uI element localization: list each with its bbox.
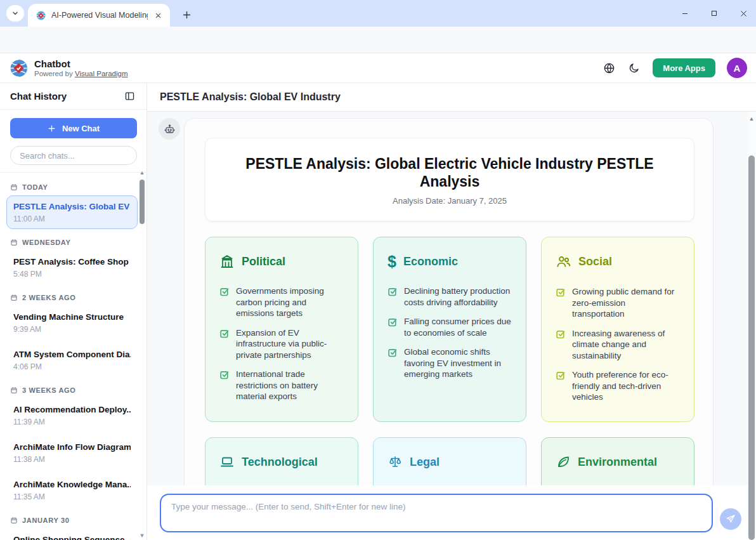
tab-search-chevron-icon[interactable] [6,5,24,22]
checkbox-checked-icon [556,287,566,298]
tab-close-icon[interactable] [152,10,164,21]
chat-item[interactable]: AI Recommendation Deploy... 11:39 AM [6,398,138,432]
close-window-button[interactable] [734,4,752,22]
pestle-card-economic: $ Economic Declining battery production … [373,237,526,422]
pestle-item: Growing public demand for zero-emission … [556,286,680,320]
pestle-card-title: Social [578,255,612,268]
pestle-card-title: Environmental [578,456,657,469]
pestle-item: Falling consumer prices due to economies… [388,316,512,338]
scales-icon [388,454,403,470]
maximize-button[interactable] [705,4,723,22]
assistant-message-card: PESTLE Analysis: Global Electric Vehicle… [184,118,714,540]
sidebar-title: Chat History [10,91,67,102]
doc-title-card: PESTLE Analysis: Global Electric Vehicle… [205,138,694,221]
pestle-item: Declining battery production costs drivi… [388,286,512,308]
chat-list: TODAY PESTLE Analysis: Global EV In... 1… [0,173,147,540]
leaf-icon [556,454,571,470]
pestle-item: Expansion of EV infrastructure via publi… [219,327,344,361]
pestle-item: Global economic shifts favoring EV inves… [388,346,512,380]
calendar-icon [10,294,18,301]
chat-item[interactable]: Vending Machine Structure 9:39 AM [6,306,138,339]
doc-title: PESTLE Analysis: Global Electric Vehicle… [218,155,681,190]
doc-subtitle: Analysis Date: January 7, 2025 [218,196,681,206]
browser-toolbar: ai-toolbox.visual-paradigm.com/app/chatb… [0,27,756,53]
more-apps-button[interactable]: More Apps [653,58,715,77]
tab-title: AI-Powered Visual Modeling Ch [51,11,148,20]
bank-icon [219,254,235,269]
new-tab-button[interactable] [179,7,194,22]
send-button[interactable] [720,508,741,530]
chat-group-header: 2 WEEKS AGO [6,288,138,306]
scrollbar-thumb[interactable] [748,155,755,540]
checkbox-checked-icon [388,317,398,327]
main-pane: PESTLE Analysis: Global EV Industry PEST… [147,83,756,540]
tab-strip: AI-Powered Visual Modeling Ch [0,0,756,27]
chat-content: PESTLE Analysis: Global Electric Vehicle… [147,112,756,540]
chat-item[interactable]: ATM System Component Dia... 4:06 PM [6,343,138,377]
chat-group-header: TODAY [6,178,138,195]
checkbox-checked-icon [219,286,230,297]
calendar-icon [10,183,18,191]
chat-group-header: JANUARY 30 [6,511,138,529]
visual-paradigm-logo-icon [9,58,29,78]
checkbox-checked-icon [556,329,566,339]
powered-by: Powered by Visual Paradigm [34,69,127,78]
chat-item[interactable]: ArchiMate Info Flow Diagram 11:38 AM [6,436,138,470]
plus-icon [48,124,56,133]
checkbox-checked-icon [556,370,566,381]
new-chat-button[interactable]: New Chat [10,118,137,138]
pestle-card-social: Social Growing public demand for zero-em… [541,237,694,422]
calendar-icon [10,239,18,246]
message-input[interactable] [160,494,713,532]
scroll-up-icon[interactable]: ▲ [139,169,145,176]
calendar-icon [10,386,18,394]
pestle-card-title: Technological [242,456,318,469]
collapse-sidebar-icon[interactable] [122,89,136,103]
window-controls [676,0,752,27]
pestle-card-title: Legal [410,456,440,469]
dollar-icon: $ [388,254,396,269]
search-input[interactable] [10,146,137,165]
laptop-icon [219,454,235,470]
language-globe-icon[interactable] [602,61,616,75]
scrollbar-thumb[interactable] [140,180,145,224]
pestle-item: Governments imposing carbon pricing and … [219,286,344,319]
scroll-up-icon[interactable]: ▲ [748,115,755,122]
people-icon [556,254,571,270]
chat-item[interactable]: PESTLE Analysis: Global EV In... 11:00 A… [6,195,138,229]
chat-history-sidebar: Chat History New Chat TODAY PESTLE Analy… [0,83,147,540]
pestle-card-political: Political Governments imposing carbon pr… [205,237,358,422]
dark-mode-moon-icon[interactable] [627,61,641,75]
pestle-item: International trade restrictions on batt… [219,369,344,402]
chat-title: PESTLE Analysis: Global EV Industry [160,91,341,103]
checkbox-checked-icon [388,347,398,358]
app-header: Chatbot Powered by Visual Paradigm More … [0,53,756,83]
chat-titlebar: PESTLE Analysis: Global EV Industry [147,83,756,112]
checkbox-checked-icon [219,328,230,339]
brand: Chatbot Powered by Visual Paradigm [9,58,127,78]
chat-item[interactable]: ArchiMate Knowledge Mana... 11:35 AM [6,473,138,507]
app-title: Chatbot [34,58,127,69]
minimize-button[interactable] [676,4,694,22]
chat-group-header: WEDNESDAY [6,233,138,251]
calendar-icon [10,517,18,524]
pestle-item: Increasing awareness of climate change a… [556,328,680,362]
pestle-card-title: Political [242,255,285,268]
page-scrollbar[interactable]: ▲ [747,112,756,540]
checkbox-checked-icon [219,369,230,380]
chat-item[interactable]: PEST Analysis: Coffee Shop S... 5:48 PM [6,251,138,284]
chat-group-header: 3 WEEKS AGO [6,381,138,398]
sidebar-scrollbar[interactable]: ▲ ▼ [139,168,145,540]
pestle-card-title: Economic [403,255,458,268]
pestle-item: Youth preference for eco-friendly and te… [556,369,680,403]
visual-paradigm-link[interactable]: Visual Paradigm [75,70,128,77]
bot-avatar-icon [159,118,180,140]
chat-item[interactable]: Online Shopping Sequence 10:46 AM [6,529,138,540]
user-avatar[interactable]: A [727,58,747,78]
checkbox-checked-icon [388,286,398,297]
paper-plane-icon [726,514,736,524]
message-input-bar [147,485,756,540]
scroll-down-icon[interactable]: ▼ [139,532,145,539]
browser-tab[interactable]: AI-Powered Visual Modeling Ch [28,4,170,27]
favicon-visual-paradigm-icon [36,10,46,21]
